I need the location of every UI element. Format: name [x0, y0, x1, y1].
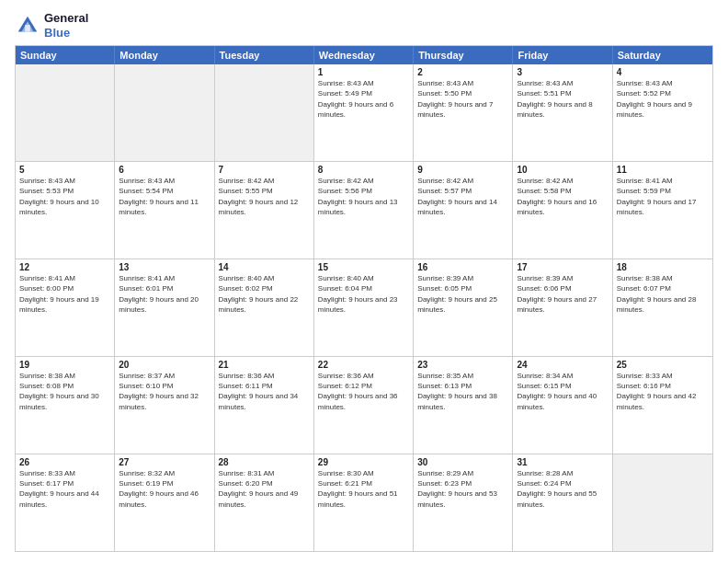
- day-cell-18: 18Sunrise: 8:38 AM Sunset: 6:07 PM Dayli…: [613, 259, 712, 356]
- day-cell-10: 10Sunrise: 8:42 AM Sunset: 5:58 PM Dayli…: [513, 162, 612, 259]
- day-number: 8: [318, 165, 409, 175]
- day-header-thursday: Thursday: [414, 46, 513, 64]
- day-info: Sunrise: 8:42 AM Sunset: 5:55 PM Dayligh…: [219, 176, 310, 217]
- day-header-saturday: Saturday: [613, 46, 712, 64]
- day-info: Sunrise: 8:41 AM Sunset: 6:00 PM Dayligh…: [19, 273, 110, 315]
- header: General Blue: [15, 11, 713, 40]
- day-number: 6: [119, 165, 210, 175]
- day-cell-6: 6Sunrise: 8:43 AM Sunset: 5:54 PM Daylig…: [115, 162, 214, 259]
- day-number: 20: [119, 360, 210, 370]
- day-number: 7: [219, 165, 310, 175]
- day-info: Sunrise: 8:28 AM Sunset: 6:24 PM Dayligh…: [517, 468, 608, 510]
- day-cell-2: 2Sunrise: 8:43 AM Sunset: 5:50 PM Daylig…: [414, 64, 513, 161]
- day-number: 17: [517, 262, 608, 272]
- calendar-header: SundayMondayTuesdayWednesdayThursdayFrid…: [16, 46, 712, 64]
- day-cell-7: 7Sunrise: 8:42 AM Sunset: 5:55 PM Daylig…: [215, 162, 314, 259]
- day-number: 22: [318, 360, 409, 370]
- day-header-tuesday: Tuesday: [215, 46, 314, 64]
- day-number: 31: [517, 457, 608, 467]
- day-info: Sunrise: 8:36 AM Sunset: 6:11 PM Dayligh…: [219, 371, 310, 412]
- day-cell-9: 9Sunrise: 8:42 AM Sunset: 5:57 PM Daylig…: [414, 162, 513, 259]
- day-number: 5: [19, 165, 110, 175]
- empty-cell-0-1: [115, 64, 214, 161]
- day-cell-1: 1Sunrise: 8:43 AM Sunset: 5:49 PM Daylig…: [314, 64, 414, 161]
- logo-line1: General: [44, 11, 88, 26]
- day-info: Sunrise: 8:39 AM Sunset: 6:05 PM Dayligh…: [417, 273, 508, 315]
- empty-cell-0-0: [16, 64, 115, 161]
- logo-line2: Blue: [44, 26, 88, 40]
- day-cell-30: 30Sunrise: 8:29 AM Sunset: 6:23 PM Dayli…: [414, 454, 513, 551]
- day-info: Sunrise: 8:35 AM Sunset: 6:13 PM Dayligh…: [417, 371, 508, 412]
- day-cell-16: 16Sunrise: 8:39 AM Sunset: 6:05 PM Dayli…: [414, 259, 513, 356]
- logo-icon: [15, 13, 40, 39]
- day-cell-22: 22Sunrise: 8:36 AM Sunset: 6:12 PM Dayli…: [314, 357, 414, 454]
- day-number: 21: [219, 360, 310, 370]
- day-number: 19: [19, 360, 110, 370]
- day-number: 27: [119, 457, 210, 467]
- day-info: Sunrise: 8:41 AM Sunset: 5:59 PM Dayligh…: [617, 176, 709, 217]
- day-info: Sunrise: 8:38 AM Sunset: 6:08 PM Dayligh…: [19, 371, 110, 412]
- day-number: 11: [617, 165, 709, 175]
- day-header-friday: Friday: [513, 46, 612, 64]
- day-info: Sunrise: 8:43 AM Sunset: 5:52 PM Dayligh…: [617, 78, 709, 120]
- day-info: Sunrise: 8:40 AM Sunset: 6:02 PM Dayligh…: [219, 273, 310, 315]
- calendar-body: 1Sunrise: 8:43 AM Sunset: 5:49 PM Daylig…: [16, 64, 712, 551]
- svg-rect-2: [25, 25, 30, 31]
- day-number: 12: [19, 262, 110, 272]
- day-info: Sunrise: 8:38 AM Sunset: 6:07 PM Dayligh…: [617, 273, 709, 315]
- day-number: 9: [417, 165, 508, 175]
- day-number: 15: [318, 262, 409, 272]
- day-info: Sunrise: 8:42 AM Sunset: 5:56 PM Dayligh…: [318, 176, 409, 217]
- day-number: 25: [617, 360, 709, 370]
- day-number: 1: [318, 67, 409, 77]
- day-cell-15: 15Sunrise: 8:40 AM Sunset: 6:04 PM Dayli…: [314, 259, 414, 356]
- day-number: 26: [19, 457, 110, 467]
- day-info: Sunrise: 8:42 AM Sunset: 5:57 PM Dayligh…: [417, 176, 508, 217]
- day-info: Sunrise: 8:37 AM Sunset: 6:10 PM Dayligh…: [119, 371, 210, 412]
- day-cell-27: 27Sunrise: 8:32 AM Sunset: 6:19 PM Dayli…: [115, 454, 214, 551]
- logo: General Blue: [15, 11, 88, 40]
- calendar-week-3: 12Sunrise: 8:41 AM Sunset: 6:00 PM Dayli…: [16, 259, 712, 356]
- day-info: Sunrise: 8:32 AM Sunset: 6:19 PM Dayligh…: [119, 468, 210, 510]
- day-number: 28: [219, 457, 310, 467]
- day-cell-25: 25Sunrise: 8:33 AM Sunset: 6:16 PM Dayli…: [613, 357, 712, 454]
- page: General Blue SundayMondayTuesdayWednesda…: [0, 0, 728, 563]
- day-info: Sunrise: 8:39 AM Sunset: 6:06 PM Dayligh…: [517, 273, 608, 315]
- day-info: Sunrise: 8:33 AM Sunset: 6:16 PM Dayligh…: [617, 371, 709, 412]
- calendar-week-1: 1Sunrise: 8:43 AM Sunset: 5:49 PM Daylig…: [16, 64, 712, 161]
- day-cell-13: 13Sunrise: 8:41 AM Sunset: 6:01 PM Dayli…: [115, 259, 214, 356]
- day-info: Sunrise: 8:41 AM Sunset: 6:01 PM Dayligh…: [119, 273, 210, 315]
- day-number: 14: [219, 262, 310, 272]
- day-cell-3: 3Sunrise: 8:43 AM Sunset: 5:51 PM Daylig…: [513, 64, 612, 161]
- day-number: 2: [417, 67, 508, 77]
- day-number: 23: [417, 360, 508, 370]
- day-number: 18: [617, 262, 709, 272]
- day-number: 30: [417, 457, 508, 467]
- day-number: 10: [517, 165, 608, 175]
- day-cell-21: 21Sunrise: 8:36 AM Sunset: 6:11 PM Dayli…: [215, 357, 314, 454]
- day-number: 13: [119, 262, 210, 272]
- day-cell-26: 26Sunrise: 8:33 AM Sunset: 6:17 PM Dayli…: [16, 454, 115, 551]
- day-number: 24: [517, 360, 608, 370]
- day-cell-14: 14Sunrise: 8:40 AM Sunset: 6:02 PM Dayli…: [215, 259, 314, 356]
- day-info: Sunrise: 8:36 AM Sunset: 6:12 PM Dayligh…: [318, 371, 409, 412]
- day-info: Sunrise: 8:43 AM Sunset: 5:51 PM Dayligh…: [517, 78, 608, 120]
- day-cell-5: 5Sunrise: 8:43 AM Sunset: 5:53 PM Daylig…: [16, 162, 115, 259]
- day-info: Sunrise: 8:31 AM Sunset: 6:20 PM Dayligh…: [219, 468, 310, 510]
- calendar-week-5: 26Sunrise: 8:33 AM Sunset: 6:17 PM Dayli…: [16, 454, 712, 551]
- day-header-monday: Monday: [115, 46, 214, 64]
- day-cell-28: 28Sunrise: 8:31 AM Sunset: 6:20 PM Dayli…: [215, 454, 314, 551]
- day-cell-23: 23Sunrise: 8:35 AM Sunset: 6:13 PM Dayli…: [414, 357, 513, 454]
- day-info: Sunrise: 8:43 AM Sunset: 5:53 PM Dayligh…: [19, 176, 110, 217]
- day-info: Sunrise: 8:43 AM Sunset: 5:54 PM Dayligh…: [119, 176, 210, 217]
- day-info: Sunrise: 8:29 AM Sunset: 6:23 PM Dayligh…: [417, 468, 508, 510]
- day-cell-29: 29Sunrise: 8:30 AM Sunset: 6:21 PM Dayli…: [314, 454, 414, 551]
- day-cell-12: 12Sunrise: 8:41 AM Sunset: 6:00 PM Dayli…: [16, 259, 115, 356]
- empty-cell-0-2: [215, 64, 314, 161]
- day-cell-24: 24Sunrise: 8:34 AM Sunset: 6:15 PM Dayli…: [513, 357, 612, 454]
- calendar-week-2: 5Sunrise: 8:43 AM Sunset: 5:53 PM Daylig…: [16, 161, 712, 259]
- day-cell-4: 4Sunrise: 8:43 AM Sunset: 5:52 PM Daylig…: [613, 64, 712, 161]
- day-cell-31: 31Sunrise: 8:28 AM Sunset: 6:24 PM Dayli…: [513, 454, 612, 551]
- day-info: Sunrise: 8:42 AM Sunset: 5:58 PM Dayligh…: [517, 176, 608, 217]
- day-info: Sunrise: 8:33 AM Sunset: 6:17 PM Dayligh…: [19, 468, 110, 510]
